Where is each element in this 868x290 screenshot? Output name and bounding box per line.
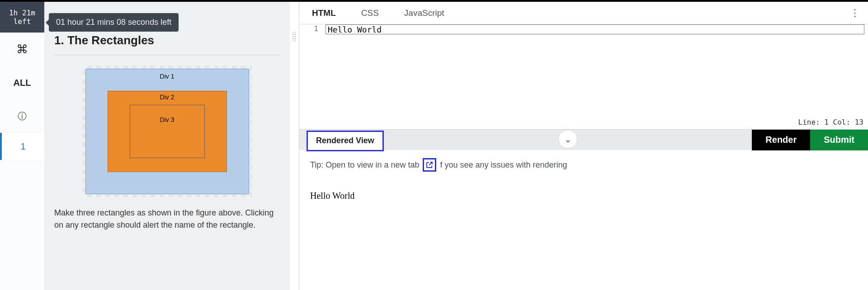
figure: Div 1 Div 2 Div 3 bbox=[83, 66, 252, 197]
rendered-output: Hello World bbox=[299, 175, 868, 216]
collapse-toggle[interactable]: ⌄ bbox=[558, 130, 577, 149]
tip-pre: Tip: Open to view in a new tab bbox=[310, 160, 419, 170]
problem-text: Make three rectangles as shown in the fi… bbox=[54, 207, 280, 231]
drag-handle-icon: ∷∷∷∷ bbox=[292, 33, 296, 42]
external-link-icon bbox=[425, 161, 434, 169]
tooltip-text: 01 hour 21 mins 08 seconds left bbox=[56, 18, 171, 27]
divider bbox=[54, 55, 280, 55]
command-menu-button[interactable]: ⌘ bbox=[0, 33, 44, 66]
all-questions-button[interactable]: ALL bbox=[0, 66, 44, 99]
rendered-view-label: Rendered View bbox=[316, 136, 374, 145]
resize-gutter[interactable]: ∷∷∷∷ bbox=[290, 2, 299, 290]
tip-row: Tip: Open to view in a new tab f you see… bbox=[299, 150, 868, 175]
figure-div2-label: Div 2 bbox=[160, 94, 175, 101]
timer-box[interactable]: 1h 21m left bbox=[0, 2, 44, 33]
tab-html[interactable]: HTML bbox=[299, 2, 349, 24]
question-number: 1 bbox=[20, 141, 25, 152]
render-button[interactable]: Render bbox=[752, 130, 810, 150]
figure-div1-label: Div 1 bbox=[160, 73, 175, 80]
info-icon: ⓘ bbox=[18, 110, 27, 122]
chevron-down-icon: ⌄ bbox=[564, 134, 572, 145]
editor-tabbar: HTML CSS JavaScript ⋮ bbox=[299, 2, 868, 24]
midbar: Rendered View ⌄ Render Submit bbox=[299, 129, 868, 150]
timer-line1: 1h 21m bbox=[0, 9, 44, 17]
figure-div3: Div 3 bbox=[130, 105, 205, 158]
timer-line2: left bbox=[0, 17, 44, 26]
tip-post: f you see any issues with rendering bbox=[440, 160, 567, 170]
problem-title: 1. The Rectangles bbox=[54, 33, 280, 47]
code-editor[interactable]: 1 Hello World Line: 1 Col: 13 bbox=[299, 24, 868, 129]
all-label: ALL bbox=[14, 78, 31, 88]
editor-more-button[interactable]: ⋮ bbox=[842, 2, 868, 24]
rendered-view-tab[interactable]: Rendered View bbox=[307, 131, 384, 151]
line-number-1: 1 bbox=[299, 24, 326, 34]
tab-js[interactable]: JavaScript bbox=[392, 2, 457, 24]
code-line-1[interactable]: Hello World bbox=[326, 24, 864, 34]
question-1-button[interactable]: 1 bbox=[0, 133, 44, 160]
figure-div1: Div 1 Div 2 Div 3 bbox=[85, 69, 249, 194]
open-new-tab-button[interactable] bbox=[423, 158, 436, 172]
tab-html-label: HTML bbox=[312, 8, 336, 18]
output-text: Hello World bbox=[310, 191, 355, 201]
tab-css-label: CSS bbox=[361, 8, 379, 18]
figure-div2: Div 2 Div 3 bbox=[108, 91, 227, 172]
submit-label: Submit bbox=[824, 135, 854, 145]
line-numbers: 1 bbox=[299, 24, 326, 129]
tab-js-label: JavaScript bbox=[404, 8, 444, 18]
kebab-icon: ⋮ bbox=[850, 7, 860, 19]
editor-panel: HTML CSS JavaScript ⋮ 1 Hello World Line… bbox=[299, 2, 868, 290]
command-icon: ⌘ bbox=[16, 42, 28, 56]
code-column: Hello World bbox=[326, 24, 868, 129]
submit-button[interactable]: Submit bbox=[810, 130, 868, 150]
timer-tooltip: 01 hour 21 mins 08 seconds left bbox=[49, 13, 179, 32]
cursor-status: Line: 1 Col: 13 bbox=[798, 118, 864, 126]
left-nav: 1h 21m left 01 hour 21 mins 08 seconds l… bbox=[0, 2, 44, 290]
info-button[interactable]: ⓘ bbox=[0, 99, 44, 133]
figure-div3-label: Div 3 bbox=[160, 116, 175, 123]
tab-css[interactable]: CSS bbox=[349, 2, 392, 24]
description-panel: 1. The Rectangles Div 1 Div 2 Div 3 Make… bbox=[44, 2, 290, 290]
render-label: Render bbox=[765, 135, 797, 145]
